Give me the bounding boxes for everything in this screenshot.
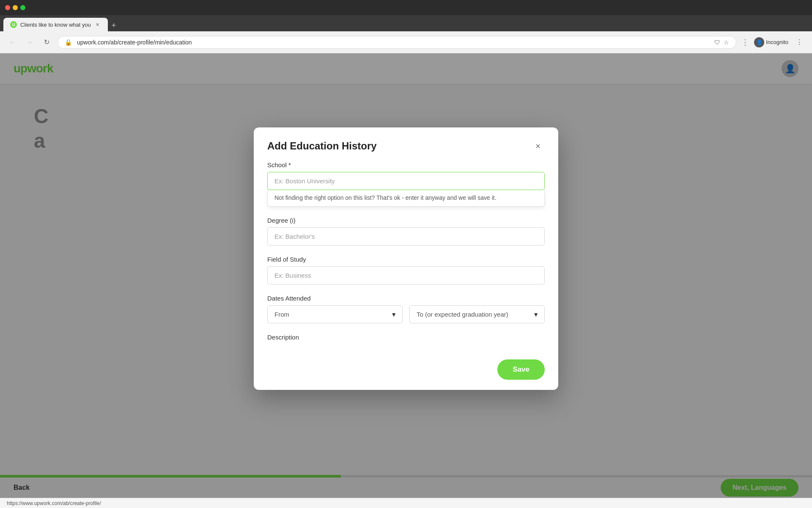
field-of-study-form-group: Field of Study [267,256,545,284]
extensions-icon[interactable]: ⋮ [741,38,749,47]
reload-button[interactable]: ↻ [41,36,52,48]
back-nav-button[interactable]: ← [7,36,19,48]
school-input[interactable] [267,172,545,190]
school-form-group: School * Not finding the right option on… [267,161,545,207]
tab-favicon: U [10,21,17,28]
lock-icon: 🔒 [65,39,72,46]
degree-form-group: Degree (i) [267,217,545,246]
address-icons: 🛡 ☆ [714,39,729,46]
modal-header: Add Education History × [254,127,558,161]
school-label: School * [267,161,545,168]
modal-title: Add Education History [267,140,377,152]
incognito-badge: 👤 Incognito [754,37,788,47]
description-label: Description [267,334,545,341]
status-url: https://www.upwork.com/ab/create-profile… [7,500,101,506]
title-bar [0,0,812,15]
save-button[interactable]: Save [497,359,545,380]
dates-attended-form-group: Dates Attended From 2010201120122013 201… [267,295,545,323]
page-content: upwork 👤 C a Add Education History × [0,53,812,498]
field-of-study-label: Field of Study [267,256,545,263]
modal: Add Education History × School * Not fin… [254,127,558,390]
minimize-traffic-light[interactable] [13,5,18,10]
tab-title: Clients like to know what you [20,22,91,28]
to-select-wrapper: To (or expected graduation year) 2010201… [409,305,545,323]
from-select[interactable]: From 2010201120122013 2014201520162017 2… [267,305,403,323]
modal-overlay: Add Education History × School * Not fin… [0,53,812,498]
modal-body: School * Not finding the right option on… [254,161,558,353]
dates-row: From 2010201120122013 2014201520162017 2… [267,305,545,323]
browser-frame: U Clients like to know what you ✕ + ← → … [0,0,812,508]
incognito-label: Incognito [766,39,788,45]
new-tab-button[interactable]: + [108,19,120,31]
more-options-button[interactable]: ⋮ [793,36,805,48]
description-form-group: Description [267,334,545,341]
degree-label: Degree (i) [267,217,545,224]
modal-footer: Save [254,353,558,390]
school-dropdown-hint: Not finding the right option on this lis… [267,189,545,207]
dates-attended-label: Dates Attended [267,295,545,302]
address-text: upwork.com/ab/create-profile/min/educati… [77,39,711,46]
tab-close-button[interactable]: ✕ [94,21,101,28]
close-traffic-light[interactable] [5,5,10,10]
shield-icon: 🛡 [714,39,720,46]
required-indicator: * [288,161,291,168]
status-bar: https://www.upwork.com/ab/create-profile… [0,498,812,508]
star-icon: ☆ [724,39,729,46]
forward-nav-button[interactable]: → [24,36,36,48]
to-select[interactable]: To (or expected graduation year) 2010201… [409,305,545,323]
degree-input[interactable] [267,227,545,246]
tab-bar: U Clients like to know what you ✕ + [0,15,812,31]
modal-close-button[interactable]: × [531,139,545,153]
incognito-icon: 👤 [754,37,764,47]
active-tab[interactable]: U Clients like to know what you ✕ [3,18,108,31]
maximize-traffic-light[interactable] [20,5,25,10]
field-of-study-input[interactable] [267,266,545,284]
address-input[interactable]: 🔒 upwork.com/ab/create-profile/min/educa… [58,36,736,49]
address-bar: ← → ↻ 🔒 upwork.com/ab/create-profile/min… [0,31,812,53]
browser-actions: ⋮ [741,38,749,47]
from-select-wrapper: From 2010201120122013 2014201520162017 2… [267,305,403,323]
traffic-lights [5,5,25,10]
